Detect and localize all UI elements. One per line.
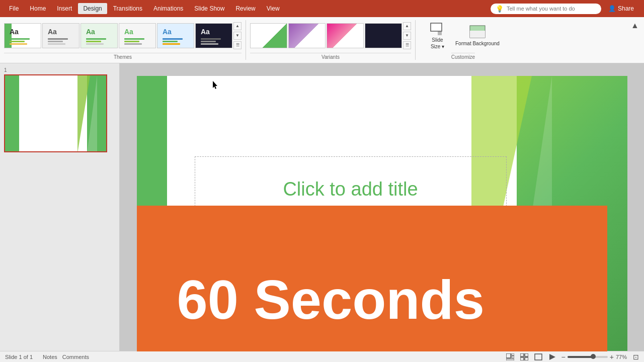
menu-slideshow[interactable]: Slide Show bbox=[189, 3, 229, 14]
svg-rect-8 bbox=[506, 359, 514, 360]
variant-thumb-2[interactable] bbox=[288, 23, 326, 48]
slide-size-icon bbox=[430, 21, 446, 35]
slide-number: 1 bbox=[4, 67, 115, 73]
theme-expand[interactable]: ☰ bbox=[233, 41, 242, 49]
divider-1 bbox=[246, 20, 246, 60]
svg-rect-0 bbox=[431, 23, 442, 31]
svg-marker-1 bbox=[438, 31, 442, 35]
slide-info: Slide 1 of 1 bbox=[5, 354, 33, 360]
title-placeholder-text: Click to add title bbox=[283, 178, 418, 200]
reading-view-button[interactable] bbox=[533, 352, 543, 361]
menu-insert[interactable]: Insert bbox=[52, 3, 77, 14]
ribbon-collapse-button[interactable]: ▲ bbox=[630, 19, 640, 30]
divider-2 bbox=[415, 20, 416, 60]
svg-rect-10 bbox=[525, 353, 528, 356]
zoom-level[interactable]: 77% bbox=[616, 354, 627, 360]
menu-bar: File Home Insert Design Transitions Anim… bbox=[0, 0, 644, 17]
theme-thumb-6[interactable]: Aa bbox=[195, 23, 232, 48]
menu-animations[interactable]: Animations bbox=[148, 3, 188, 14]
ribbon: Aa Aa Aa bbox=[0, 17, 644, 63]
menu-review[interactable]: Review bbox=[230, 3, 260, 14]
variant-scroll-buttons: ▲ ▼ ☰ bbox=[403, 22, 411, 49]
svg-rect-5 bbox=[506, 353, 511, 358]
slide-size-button[interactable]: SlideSize ▾ bbox=[424, 19, 451, 52]
theme-thumb-1[interactable]: Aa bbox=[4, 23, 41, 48]
slide-sorter-button[interactable] bbox=[519, 352, 529, 361]
status-right: − + 77% ⊡ bbox=[505, 352, 639, 361]
slides-panel: 1 bbox=[0, 63, 120, 362]
notes-button[interactable]: Notes bbox=[43, 354, 57, 360]
canvas-area: Click to add title subtitle 60 Seconds bbox=[120, 63, 644, 362]
slide-thumbnail-1[interactable] bbox=[4, 74, 107, 152]
zoom-control: − + 77% bbox=[561, 353, 627, 361]
variants-label: Variants bbox=[250, 53, 411, 61]
comments-button[interactable]: Comments bbox=[62, 354, 89, 360]
variants-section: ▲ ▼ ☰ Variants bbox=[250, 19, 411, 61]
theme-thumb-5[interactable]: Aa bbox=[157, 23, 194, 48]
zoom-in-button[interactable]: + bbox=[610, 353, 614, 361]
svg-rect-11 bbox=[520, 357, 524, 360]
search-input[interactable] bbox=[507, 6, 592, 12]
variant-thumb-3[interactable] bbox=[327, 23, 364, 48]
svg-rect-13 bbox=[535, 354, 542, 360]
theme-scroll-down[interactable]: ▼ bbox=[233, 32, 242, 40]
menu-design[interactable]: Design bbox=[78, 3, 107, 14]
theme-thumb-2[interactable]: Aa bbox=[42, 23, 79, 48]
zoom-slider[interactable] bbox=[568, 356, 608, 358]
theme-thumb-4[interactable]: Aa bbox=[119, 23, 156, 48]
menu-file[interactable]: File bbox=[4, 3, 24, 14]
format-background-label: Format Background bbox=[455, 40, 500, 47]
theme-thumb-3[interactable]: Aa bbox=[80, 23, 118, 48]
format-background-button[interactable]: Format Background bbox=[452, 23, 503, 49]
svg-rect-6 bbox=[512, 353, 514, 355]
slide-1-container[interactable]: 1 bbox=[4, 67, 115, 152]
variant-thumb-4[interactable] bbox=[365, 23, 402, 48]
share-button[interactable]: 👤 Share bbox=[602, 3, 640, 14]
fit-slide-button[interactable]: ⊡ bbox=[633, 353, 639, 361]
svg-rect-9 bbox=[520, 353, 524, 356]
zoom-out-button[interactable]: − bbox=[561, 353, 566, 361]
svg-rect-7 bbox=[512, 356, 514, 358]
svg-marker-14 bbox=[549, 354, 555, 360]
slideshow-button[interactable] bbox=[547, 352, 557, 361]
menu-transitions[interactable]: Transitions bbox=[108, 3, 147, 14]
themes-section: Aa Aa Aa bbox=[4, 19, 242, 61]
theme-scroll-buttons: ▲ ▼ ☰ bbox=[233, 22, 242, 49]
normal-view-button[interactable] bbox=[505, 352, 515, 361]
themes-label: Themes bbox=[4, 53, 242, 61]
lightbulb-icon: 💡 bbox=[496, 5, 504, 13]
variant-expand[interactable]: ☰ bbox=[403, 41, 411, 49]
search-box: 💡 bbox=[491, 4, 601, 14]
svg-rect-4 bbox=[470, 31, 485, 38]
format-background-icon bbox=[469, 25, 486, 39]
person-icon: 👤 bbox=[608, 5, 616, 12]
menu-home[interactable]: Home bbox=[25, 3, 51, 14]
customize-label: Customize bbox=[451, 53, 475, 61]
status-bar: Slide 1 of 1 Notes Comments − + 77% ⊡ bbox=[0, 351, 644, 362]
svg-rect-3 bbox=[470, 26, 485, 31]
overlay-text: 60 Seconds bbox=[177, 267, 485, 331]
theme-scroll-up[interactable]: ▲ bbox=[233, 22, 242, 30]
customize-section: SlideSize ▾ Format Background Customize bbox=[420, 19, 507, 61]
variant-scroll-up[interactable]: ▲ bbox=[403, 22, 411, 30]
variant-scroll-down[interactable]: ▼ bbox=[403, 32, 411, 40]
variant-thumb-1[interactable] bbox=[250, 23, 287, 48]
slide-canvas[interactable]: Click to add title subtitle 60 Seconds bbox=[137, 76, 627, 351]
svg-rect-12 bbox=[525, 357, 528, 360]
menu-view[interactable]: View bbox=[262, 3, 285, 14]
